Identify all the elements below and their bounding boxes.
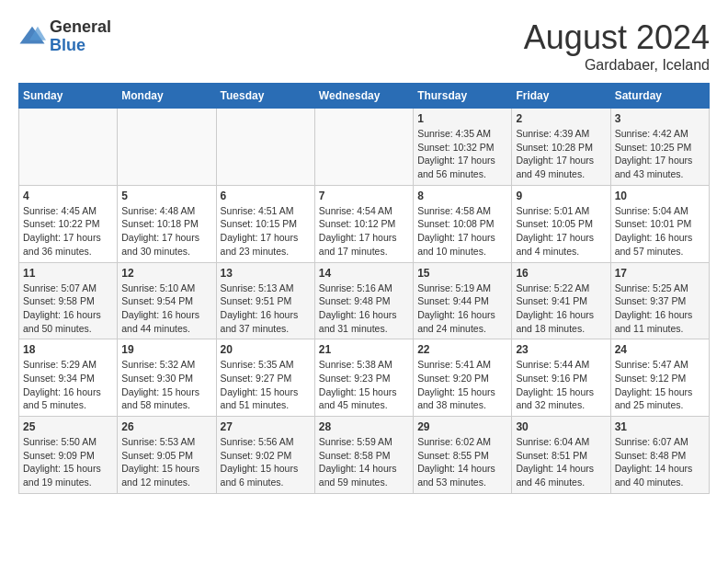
logo-icon xyxy=(18,23,46,51)
day-number: 11 xyxy=(23,267,113,280)
calendar-day-header: Monday xyxy=(118,84,216,109)
day-info: Sunrise: 6:04 AMSunset: 8:51 PMDaylight:… xyxy=(516,435,606,489)
calendar-cell: 3Sunrise: 4:42 AMSunset: 10:25 PMDayligh… xyxy=(610,109,709,186)
day-info: Sunrise: 4:42 AMSunset: 10:25 PMDaylight… xyxy=(615,127,705,181)
day-info: Sunrise: 4:39 AMSunset: 10:28 PMDaylight… xyxy=(516,127,606,181)
calendar-cell xyxy=(19,109,118,186)
calendar-cell: 4Sunrise: 4:45 AMSunset: 10:22 PMDayligh… xyxy=(19,185,118,262)
day-info: Sunrise: 5:38 AMSunset: 9:23 PMDaylight:… xyxy=(319,358,409,412)
day-info: Sunrise: 4:58 AMSunset: 10:08 PMDaylight… xyxy=(417,204,507,259)
calendar-day-header: Wednesday xyxy=(314,84,413,109)
day-number: 18 xyxy=(23,343,113,356)
day-info: Sunrise: 5:32 AMSunset: 9:30 PMDaylight:… xyxy=(121,358,211,412)
day-number: 8 xyxy=(417,190,507,202)
calendar-cell: 28Sunrise: 5:59 AMSunset: 8:58 PMDayligh… xyxy=(314,417,413,494)
day-info: Sunrise: 4:45 AMSunset: 10:22 PMDaylight… xyxy=(23,204,113,259)
calendar-cell: 1Sunrise: 4:35 AMSunset: 10:32 PMDayligh… xyxy=(414,109,512,186)
calendar-cell: 13Sunrise: 5:13 AMSunset: 9:51 PMDayligh… xyxy=(216,262,314,339)
calendar-week-row: 18Sunrise: 5:29 AMSunset: 9:34 PMDayligh… xyxy=(19,339,710,417)
calendar-cell: 19Sunrise: 5:32 AMSunset: 9:30 PMDayligh… xyxy=(118,339,216,417)
day-info: Sunrise: 5:35 AMSunset: 9:27 PMDaylight:… xyxy=(221,358,311,412)
calendar-cell: 24Sunrise: 5:47 AMSunset: 9:12 PMDayligh… xyxy=(610,339,709,417)
day-info: Sunrise: 5:07 AMSunset: 9:58 PMDaylight:… xyxy=(23,282,113,336)
day-number: 25 xyxy=(23,420,113,433)
day-number: 28 xyxy=(319,420,409,433)
calendar-cell: 8Sunrise: 4:58 AMSunset: 10:08 PMDayligh… xyxy=(414,185,512,262)
day-number: 20 xyxy=(221,343,311,356)
day-info: Sunrise: 5:29 AMSunset: 9:34 PMDaylight:… xyxy=(23,358,113,412)
day-info: Sunrise: 5:10 AMSunset: 9:54 PMDaylight:… xyxy=(121,282,211,336)
calendar-cell: 7Sunrise: 4:54 AMSunset: 10:12 PMDayligh… xyxy=(314,185,413,262)
day-info: Sunrise: 4:51 AMSunset: 10:15 PMDaylight… xyxy=(221,204,311,259)
day-info: Sunrise: 5:22 AMSunset: 9:41 PMDaylight:… xyxy=(516,282,606,336)
day-number: 24 xyxy=(615,343,705,356)
calendar-cell: 27Sunrise: 5:56 AMSunset: 9:02 PMDayligh… xyxy=(216,417,314,494)
calendar-cell: 14Sunrise: 5:16 AMSunset: 9:48 PMDayligh… xyxy=(314,262,413,339)
day-info: Sunrise: 5:44 AMSunset: 9:16 PMDaylight:… xyxy=(516,358,606,412)
title-block: August 2024 Gardabaer, Iceland xyxy=(524,18,710,74)
day-info: Sunrise: 5:01 AMSunset: 10:05 PMDaylight… xyxy=(516,204,606,259)
calendar-day-header: Saturday xyxy=(610,84,709,109)
day-info: Sunrise: 5:19 AMSunset: 9:44 PMDaylight:… xyxy=(417,282,507,336)
calendar-cell: 2Sunrise: 4:39 AMSunset: 10:28 PMDayligh… xyxy=(512,109,610,186)
calendar-cell: 12Sunrise: 5:10 AMSunset: 9:54 PMDayligh… xyxy=(118,262,216,339)
logo-blue-text: Blue xyxy=(50,37,111,55)
calendar-cell xyxy=(314,109,413,186)
month-year-title: August 2024 xyxy=(524,18,710,57)
calendar-cell: 26Sunrise: 5:53 AMSunset: 9:05 PMDayligh… xyxy=(118,417,216,494)
day-number: 4 xyxy=(23,190,113,202)
day-number: 21 xyxy=(319,343,409,356)
day-number: 31 xyxy=(615,420,705,433)
calendar-cell: 17Sunrise: 5:25 AMSunset: 9:37 PMDayligh… xyxy=(610,262,709,339)
day-info: Sunrise: 5:25 AMSunset: 9:37 PMDaylight:… xyxy=(615,282,705,336)
calendar-cell: 16Sunrise: 5:22 AMSunset: 9:41 PMDayligh… xyxy=(512,262,610,339)
page-header: General Blue August 2024 Gardabaer, Icel… xyxy=(18,18,710,74)
day-number: 1 xyxy=(417,112,507,125)
calendar-cell: 31Sunrise: 6:07 AMSunset: 8:48 PMDayligh… xyxy=(610,417,709,494)
day-info: Sunrise: 6:07 AMSunset: 8:48 PMDaylight:… xyxy=(615,435,705,489)
day-number: 23 xyxy=(516,343,606,356)
day-number: 16 xyxy=(516,267,606,280)
calendar-cell: 9Sunrise: 5:01 AMSunset: 10:05 PMDayligh… xyxy=(512,185,610,262)
calendar-table: SundayMondayTuesdayWednesdayThursdayFrid… xyxy=(18,83,710,494)
day-info: Sunrise: 5:50 AMSunset: 9:09 PMDaylight:… xyxy=(23,435,113,489)
calendar-cell: 20Sunrise: 5:35 AMSunset: 9:27 PMDayligh… xyxy=(216,339,314,417)
calendar-week-row: 11Sunrise: 5:07 AMSunset: 9:58 PMDayligh… xyxy=(19,262,710,339)
logo: General Blue xyxy=(18,18,111,55)
day-info: Sunrise: 5:04 AMSunset: 10:01 PMDaylight… xyxy=(615,204,705,259)
logo-text: General Blue xyxy=(50,18,111,55)
calendar-cell: 10Sunrise: 5:04 AMSunset: 10:01 PMDaylig… xyxy=(610,185,709,262)
calendar-day-header: Thursday xyxy=(414,84,512,109)
day-number: 5 xyxy=(121,190,211,202)
calendar-day-header: Sunday xyxy=(19,84,118,109)
day-number: 15 xyxy=(417,267,507,280)
day-number: 27 xyxy=(221,420,311,433)
calendar-week-row: 1Sunrise: 4:35 AMSunset: 10:32 PMDayligh… xyxy=(19,109,710,186)
day-number: 13 xyxy=(221,267,311,280)
day-number: 19 xyxy=(121,343,211,356)
day-info: Sunrise: 6:02 AMSunset: 8:55 PMDaylight:… xyxy=(417,435,507,489)
day-number: 26 xyxy=(121,420,211,433)
calendar-cell: 5Sunrise: 4:48 AMSunset: 10:18 PMDayligh… xyxy=(118,185,216,262)
calendar-cell xyxy=(118,109,216,186)
calendar-cell: 11Sunrise: 5:07 AMSunset: 9:58 PMDayligh… xyxy=(19,262,118,339)
calendar-week-row: 25Sunrise: 5:50 AMSunset: 9:09 PMDayligh… xyxy=(19,417,710,494)
day-number: 12 xyxy=(121,267,211,280)
calendar-cell: 15Sunrise: 5:19 AMSunset: 9:44 PMDayligh… xyxy=(414,262,512,339)
day-info: Sunrise: 5:53 AMSunset: 9:05 PMDaylight:… xyxy=(121,435,211,489)
calendar-day-header: Friday xyxy=(512,84,610,109)
calendar-cell xyxy=(216,109,314,186)
day-info: Sunrise: 5:16 AMSunset: 9:48 PMDaylight:… xyxy=(319,282,409,336)
location-title: Gardabaer, Iceland xyxy=(524,57,710,74)
calendar-cell: 29Sunrise: 6:02 AMSunset: 8:55 PMDayligh… xyxy=(414,417,512,494)
calendar-day-header: Tuesday xyxy=(216,84,314,109)
day-number: 7 xyxy=(319,190,409,202)
calendar-cell: 6Sunrise: 4:51 AMSunset: 10:15 PMDayligh… xyxy=(216,185,314,262)
day-number: 29 xyxy=(417,420,507,433)
day-info: Sunrise: 5:13 AMSunset: 9:51 PMDaylight:… xyxy=(221,282,311,336)
day-number: 3 xyxy=(615,112,705,125)
day-info: Sunrise: 4:48 AMSunset: 10:18 PMDaylight… xyxy=(121,204,211,259)
logo-general-text: General xyxy=(50,18,111,37)
day-number: 2 xyxy=(516,112,606,125)
calendar-week-row: 4Sunrise: 4:45 AMSunset: 10:22 PMDayligh… xyxy=(19,185,710,262)
